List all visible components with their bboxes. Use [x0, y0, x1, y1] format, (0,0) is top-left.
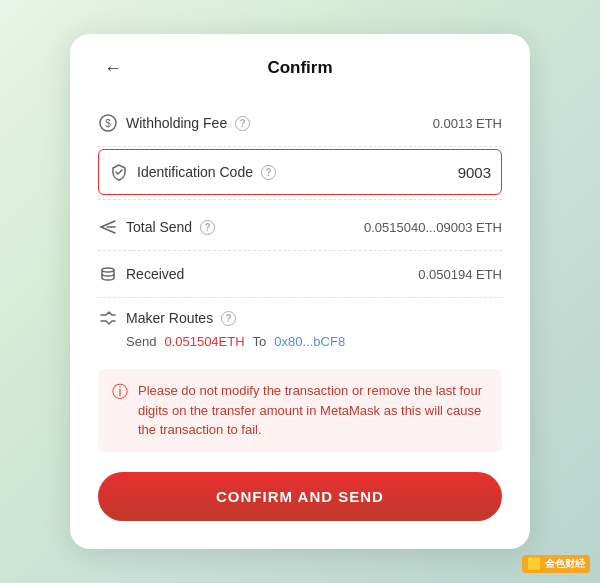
- withholding-fee-left: $ Withholding Fee ?: [98, 113, 250, 133]
- withholding-fee-value: 0.0013 ETH: [433, 116, 502, 131]
- identification-code-left: Identification Code ?: [109, 162, 276, 182]
- maker-routes-help[interactable]: ?: [221, 311, 236, 326]
- divider-1: [98, 199, 502, 200]
- back-button[interactable]: ←: [98, 56, 128, 81]
- maker-send-amount: 0.051504ETH: [164, 334, 244, 349]
- send-icon: [98, 217, 118, 237]
- shield-icon: [109, 162, 129, 182]
- maker-send-label: Send: [126, 334, 156, 349]
- identification-code-value: 9003: [458, 164, 491, 181]
- withholding-fee-label: Withholding Fee: [126, 115, 227, 131]
- total-send-help[interactable]: ?: [200, 220, 215, 235]
- watermark-text: 金色财经: [545, 557, 585, 571]
- received-left: Received: [98, 264, 184, 284]
- total-send-label: Total Send: [126, 219, 192, 235]
- dollar-circle-icon: $: [98, 113, 118, 133]
- maker-routes-label: Maker Routes: [126, 310, 213, 326]
- maker-routes-detail: Send 0.051504ETH To 0x80...bCF8: [98, 334, 502, 349]
- routes-icon: [98, 308, 118, 328]
- svg-line-2: [101, 221, 115, 227]
- page-title: Confirm: [267, 58, 332, 78]
- withholding-fee-help[interactable]: ?: [235, 116, 250, 131]
- warning-icon: ⓘ: [112, 382, 128, 403]
- received-label: Received: [126, 266, 184, 282]
- watermark-icon: 🟨: [527, 557, 542, 571]
- warning-text: Please do not modify the transaction or …: [138, 381, 488, 440]
- warning-box: ⓘ Please do not modify the transaction o…: [98, 369, 502, 452]
- svg-point-5: [102, 268, 114, 272]
- card-header: ← Confirm: [98, 58, 502, 78]
- stack-icon: [98, 264, 118, 284]
- total-send-value: 0.0515040...09003 ETH: [364, 220, 502, 235]
- received-value: 0.050194 ETH: [418, 267, 502, 282]
- total-send-row: Total Send ? 0.0515040...09003 ETH: [98, 204, 502, 251]
- maker-to-address: 0x80...bCF8: [274, 334, 345, 349]
- identification-code-label: Identification Code: [137, 164, 253, 180]
- svg-line-3: [101, 227, 115, 233]
- maker-routes-header: Maker Routes ?: [98, 308, 502, 328]
- total-send-left: Total Send ?: [98, 217, 215, 237]
- identification-code-row: Identification Code ? 9003: [98, 149, 502, 195]
- confirm-card: ← Confirm $ Withholding Fee ? 0.0013 ETH: [70, 34, 530, 549]
- received-row: Received 0.050194 ETH: [98, 251, 502, 298]
- watermark: 🟨 金色财经: [522, 555, 590, 573]
- maker-to-label: To: [253, 334, 267, 349]
- maker-routes-section: Maker Routes ? Send 0.051504ETH To 0x80.…: [98, 298, 502, 355]
- withholding-fee-row: $ Withholding Fee ? 0.0013 ETH: [98, 100, 502, 147]
- identification-code-help[interactable]: ?: [261, 165, 276, 180]
- svg-text:$: $: [105, 118, 111, 129]
- confirm-send-button[interactable]: CONFIRM AND SEND: [98, 472, 502, 521]
